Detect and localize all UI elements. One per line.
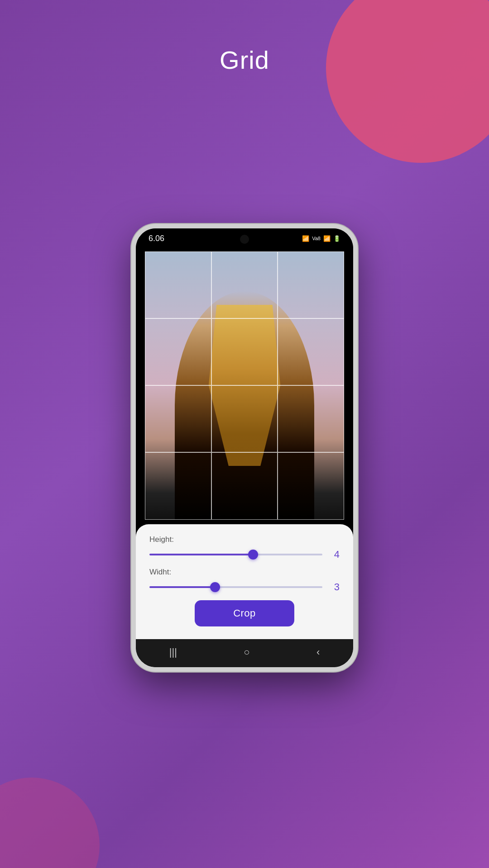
phone-frame: 6.06 📶 Va8 📶 🔋 xyxy=(131,224,358,672)
page-title: Grid xyxy=(220,45,269,75)
grid-cell-3 xyxy=(278,251,344,318)
status-bar: 6.06 📶 Va8 📶 🔋 xyxy=(136,228,353,247)
bottom-panel: Height: 4 Widht: 3 xyxy=(136,524,353,639)
camera-notch xyxy=(240,235,249,244)
grid-cell-4 xyxy=(145,318,211,385)
width-slider-track[interactable] xyxy=(149,586,322,588)
grid-overlay xyxy=(145,251,344,520)
height-slider-row: 4 xyxy=(149,549,340,560)
wifi-icon: 📶 xyxy=(302,235,309,242)
phone-mockup: 6.06 📶 Va8 📶 🔋 xyxy=(131,224,358,672)
height-slider-group: Height: 4 xyxy=(149,535,340,560)
grid-cell-9 xyxy=(278,385,344,452)
grid-cell-1 xyxy=(145,251,211,318)
height-slider-track[interactable] xyxy=(149,554,322,555)
width-slider-group: Widht: 3 xyxy=(149,568,340,593)
nav-back-icon[interactable]: ‹ xyxy=(316,646,320,658)
photo-area xyxy=(136,247,353,524)
height-label: Height: xyxy=(149,535,340,544)
grid-image xyxy=(145,251,344,520)
status-time: 6.06 xyxy=(149,234,164,243)
height-slider-thumb[interactable] xyxy=(248,550,258,560)
nav-bar: ||| ○ ‹ xyxy=(136,639,353,667)
width-value: 3 xyxy=(329,581,340,593)
height-value: 4 xyxy=(329,549,340,560)
bg-blob-bottom-left xyxy=(0,778,100,868)
grid-cell-5 xyxy=(211,318,278,385)
grid-cell-6 xyxy=(278,318,344,385)
width-slider-thumb[interactable] xyxy=(210,582,220,592)
width-label: Widht: xyxy=(149,568,340,577)
signal-icon: 📶 xyxy=(323,235,331,242)
width-slider-row: 3 xyxy=(149,581,340,593)
phone-screen: 6.06 📶 Va8 📶 🔋 xyxy=(136,228,353,667)
bg-blob-top-right xyxy=(326,0,489,163)
nav-home-icon[interactable]: ○ xyxy=(244,646,249,658)
crop-button[interactable]: Crop xyxy=(195,600,294,626)
grid-cell-10 xyxy=(145,452,211,519)
volte-icon: Va8 xyxy=(312,236,321,241)
grid-cell-7 xyxy=(145,385,211,452)
grid-cell-8 xyxy=(211,385,278,452)
grid-cell-2 xyxy=(211,251,278,318)
nav-recent-apps-icon[interactable]: ||| xyxy=(169,646,177,658)
grid-cell-11 xyxy=(211,452,278,519)
battery-icon: 🔋 xyxy=(333,235,340,242)
status-icons: 📶 Va8 📶 🔋 xyxy=(302,235,340,242)
grid-cell-12 xyxy=(278,452,344,519)
